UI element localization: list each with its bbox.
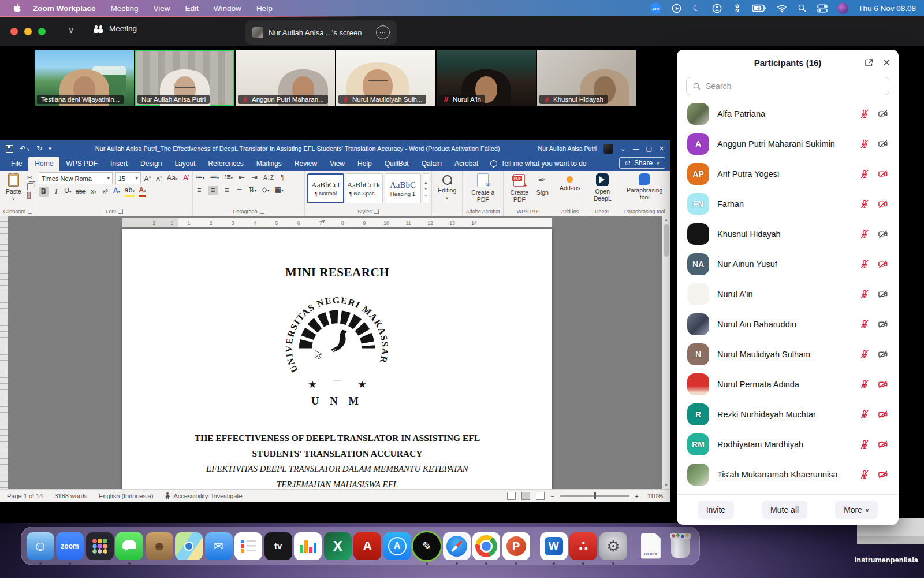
invite-button[interactable]: Invite	[698, 501, 734, 519]
status-page[interactable]: Page 1 of 14	[7, 492, 43, 499]
zoom-level[interactable]: 110%	[644, 492, 663, 499]
chevron-down-icon[interactable]: ∨	[68, 25, 74, 35]
style-no-spacing[interactable]: AaBbCcDc ¶ No Spac...	[346, 173, 383, 203]
participant-row[interactable]: Nurul A'in	[677, 279, 899, 309]
dock-app-icon[interactable]: X	[324, 532, 352, 560]
participants-search-input[interactable]: Search	[686, 77, 889, 95]
cut-icon[interactable]: ✂	[27, 174, 33, 181]
ribbon-tab[interactable]: View	[323, 157, 351, 171]
ribbon-tab[interactable]: Insert	[104, 157, 134, 171]
vertical-ruler[interactable]	[0, 216, 8, 489]
align-center-icon[interactable]: ≡	[208, 186, 218, 195]
dock-app-icon[interactable]: P	[502, 532, 530, 560]
ribbon-tab[interactable]: Home	[28, 157, 59, 171]
decrease-indent-icon[interactable]: ⇤	[238, 173, 245, 183]
sign-button[interactable]: ✒ Sign	[535, 172, 549, 196]
dock-app-icon[interactable]	[116, 532, 143, 560]
status-accessibility[interactable]: Accessibility: Investigate	[165, 492, 242, 499]
dock-app-icon[interactable]	[234, 532, 262, 560]
ribbon-tab[interactable]: Qalam	[415, 157, 448, 171]
video-tile[interactable]: Khusnul Hidayah	[537, 50, 636, 106]
indent-marker[interactable]	[321, 220, 326, 223]
create-a-pdf-button[interactable]: Create a PDF	[470, 172, 495, 203]
underline-button[interactable]: U▾	[64, 186, 72, 197]
print-layout-icon[interactable]	[521, 492, 530, 500]
dock-app-icon[interactable]: tv	[264, 532, 292, 560]
justify-icon[interactable]: ≣	[236, 186, 243, 195]
menu-view[interactable]: View	[146, 4, 178, 13]
share-button[interactable]: Share∨	[619, 157, 665, 169]
workplace-app-icon[interactable]	[837, 3, 848, 14]
video-tile[interactable]: Anggun Putri Maharan...	[236, 50, 335, 106]
zoom-status-icon[interactable]: zm	[650, 3, 661, 14]
video-tile[interactable]: Nur Auliah Anisa Putri	[135, 50, 234, 106]
dock-app-icon[interactable]	[175, 532, 203, 560]
styles-dialog-launcher[interactable]	[374, 209, 379, 214]
participant-row[interactable]: NA Nur Ainun Yusuf	[677, 249, 899, 279]
dock-app-icon[interactable]: W	[540, 532, 568, 560]
text-effects-icon[interactable]: A▾	[113, 186, 121, 197]
ribbon-tab[interactable]: References	[202, 157, 249, 171]
word-restore-button[interactable]: ▢	[646, 145, 651, 153]
word-minimize-button[interactable]: —	[632, 145, 639, 152]
window-minimize-button[interactable]	[24, 28, 32, 35]
ribbon-display-options-icon[interactable]: ⌄	[620, 145, 625, 153]
tab-options-icon[interactable]: ⋯	[376, 25, 390, 39]
horizontal-ruler[interactable]: 21 1234567891011121314	[122, 218, 552, 227]
clear-formatting-icon[interactable]: A̸	[182, 173, 189, 183]
addins-button[interactable]: Add-ins	[560, 172, 580, 191]
participant-row[interactable]: A Anggun Putri Maharani Sukimin	[677, 129, 899, 159]
spotlight-icon[interactable]	[797, 3, 807, 13]
clipboard-dialog-launcher[interactable]	[28, 209, 32, 214]
line-spacing-icon[interactable]: ⇅▾	[248, 185, 256, 195]
mute-all-button[interactable]: Mute all	[762, 501, 807, 519]
dock-app-icon[interactable]	[629, 531, 635, 562]
dock-app-icon[interactable]	[666, 532, 694, 560]
create-pdf-button[interactable]: Create PDF	[508, 172, 531, 203]
participant-row[interactable]: R Rezki Nurhidayah Muchtar	[677, 399, 899, 429]
dock-app-icon[interactable]	[532, 531, 538, 562]
document-page[interactable]: MINI RESEARCH UNIVERSITAS NEGERI MAKASSA…	[122, 229, 552, 489]
dock-app-icon[interactable]: ⚙	[599, 532, 627, 560]
save-icon[interactable]	[6, 145, 13, 153]
video-tile[interactable]: Testiana deni Wijayatinin...	[35, 50, 134, 106]
window-fullscreen-button[interactable]	[38, 28, 46, 35]
more-button[interactable]: More∨	[835, 501, 878, 519]
dock-app-icon[interactable]	[294, 532, 322, 560]
undo-icon[interactable]: ↶ ∨	[20, 144, 30, 153]
zoom-slider[interactable]	[560, 495, 629, 497]
participant-row[interactable]: RM Rodhiyatam Mardhiyah	[677, 429, 899, 460]
battery-icon[interactable]	[752, 3, 767, 13]
paragraph-dialog-launcher[interactable]	[260, 209, 264, 214]
quick-access-customize-icon[interactable]: ▾	[49, 146, 51, 151]
bold-button[interactable]: B	[39, 187, 49, 197]
numbering-icon[interactable]: ≕▾	[210, 172, 219, 183]
style-heading1[interactable]: AaBbC Heading 1	[385, 173, 422, 203]
dock-app-icon[interactable]: ✉	[205, 532, 233, 560]
font-dialog-launcher[interactable]	[118, 209, 123, 214]
dock-app-icon[interactable]: DOCX	[637, 532, 665, 560]
editing-button[interactable]: Editing∨	[438, 172, 456, 201]
video-tile[interactable]: Nurul Maulidiyah Sulh...	[336, 50, 435, 106]
zoom-out-icon[interactable]: −	[550, 492, 554, 499]
subscript-button[interactable]: x₂	[90, 187, 98, 197]
open-deepl-button[interactable]: Open DeepL	[591, 172, 614, 202]
ribbon-tab[interactable]: QuillBot	[378, 157, 415, 171]
sort-icon[interactable]: A↓Z	[263, 173, 274, 183]
ribbon-tab[interactable]: Help	[351, 157, 378, 171]
menu-window[interactable]: Window	[206, 4, 249, 13]
dock-app-icon[interactable]: A	[353, 532, 381, 560]
dock-app-icon[interactable]	[443, 532, 471, 560]
scroll-up-icon[interactable]: ▲	[664, 217, 669, 223]
menu-clock[interactable]: Thu 6 Nov 08.08	[858, 4, 916, 13]
change-case-icon[interactable]: Aa▾	[167, 173, 178, 184]
align-left-icon[interactable]: ≡	[195, 186, 203, 195]
shading-icon[interactable]: ◇▾	[262, 185, 269, 195]
screen-mirroring-icon[interactable]	[671, 3, 681, 13]
show-marks-icon[interactable]: ¶	[279, 173, 286, 183]
tab-shared-screen[interactable]: Nur Auliah Anisa ...'s screen ⋯	[245, 20, 397, 45]
font-size-combo[interactable]: 15▾	[116, 172, 141, 184]
redo-icon[interactable]: ↻	[36, 144, 42, 153]
menu-app-name[interactable]: Zoom Workplace	[25, 4, 103, 13]
borders-icon[interactable]: ▦▾	[274, 185, 283, 195]
